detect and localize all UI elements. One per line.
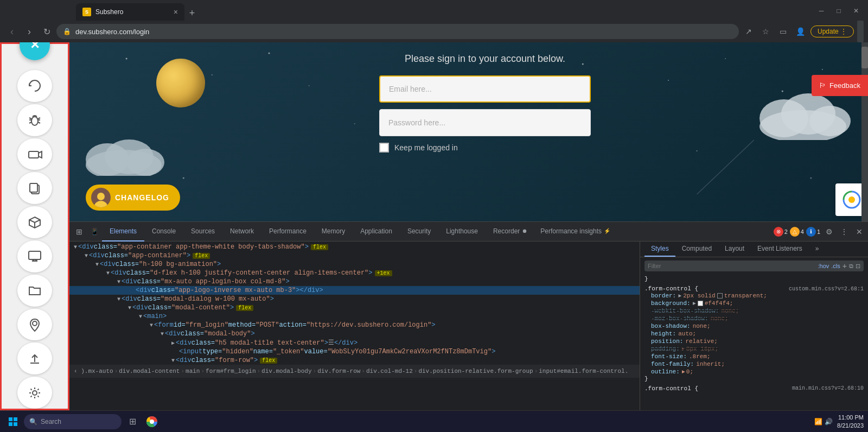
new-tab-button[interactable]: + <box>184 5 200 21</box>
sidebar-icon-copy[interactable] <box>17 172 52 204</box>
tab-console[interactable]: Console <box>144 222 183 242</box>
nav-bar: ‹ › ↻ 🔒 dev.subshero.com/login ↗ ☆ ▭ 👤 U… <box>0 21 868 42</box>
tab-security[interactable]: Security <box>400 222 438 242</box>
devtools-inspect-icon[interactable]: ⊞ <box>72 224 87 239</box>
tree-line-8[interactable]: ▼ <div class="modal-content"> flex <box>69 303 640 312</box>
sidebar-icon-settings[interactable] <box>17 377 52 409</box>
website-center-section: Please sign in to your account below. Em… <box>276 42 694 221</box>
tree-line-1[interactable]: ▼ <div class="app-container app-theme-wh… <box>69 243 640 251</box>
breadcrumb-item-3[interactable]: main <box>186 368 200 374</box>
close-extension-button[interactable]: ✕ <box>20 42 50 60</box>
tree-line-6[interactable]: <div class="app-logo-inverse mx-auto mb-… <box>69 286 640 295</box>
devtools-settings-icon[interactable]: ⚙ <box>822 225 835 238</box>
tab-performance[interactable]: Performance <box>261 222 314 242</box>
tab-recorder[interactable]: Recorder ⏺ <box>486 222 535 242</box>
tree-line-5[interactable]: ▼ <div class="mx-auto app-login-box col-… <box>69 277 640 286</box>
browser-tab-active[interactable]: S Subshero × <box>76 3 184 21</box>
css-source-2[interactable]: main.min.css?v=2.68:10 <box>792 385 864 392</box>
breadcrumb-item-4[interactable]: form#frm_login <box>206 368 256 374</box>
tree-line-10[interactable]: ▼ <form id="frm_login" method="POST" act… <box>69 321 640 329</box>
remember-checkbox[interactable] <box>379 143 389 153</box>
feedback-button[interactable]: 🏳 🏳 Feedback Feedback <box>812 75 868 96</box>
sidebar-icon-monitor[interactable] <box>17 240 52 272</box>
tree-line-7[interactable]: ▼ <div class="modal-dialog w-100 mx-auto… <box>69 295 640 303</box>
sidebar-icon-folder[interactable] <box>17 275 52 307</box>
styles-tab-styles[interactable]: Styles <box>644 242 675 257</box>
tree-line-4[interactable]: ▼ <div class="d-flex h-100 justify-conte… <box>69 269 640 277</box>
tab-memory[interactable]: Memory <box>314 222 353 242</box>
svg-point-9 <box>33 321 37 326</box>
reload-button[interactable]: ↻ <box>39 24 54 39</box>
tree-line-2[interactable]: ▼ <div class="app-container"> flex <box>69 251 640 260</box>
styles-tab-more[interactable]: » <box>809 242 826 257</box>
split-screen-icon[interactable]: ▭ <box>776 24 791 39</box>
minimize-icon[interactable]: ─ <box>814 3 829 18</box>
password-input-display[interactable]: Password here... <box>379 109 591 136</box>
tab-lighthouse[interactable]: Lighthouse <box>438 222 486 242</box>
website-left-section: CHANGELOG <box>69 42 276 221</box>
tab-close-button[interactable]: × <box>174 8 178 16</box>
breadcrumb-item-1[interactable]: ‹ ).mx-auto <box>74 368 113 374</box>
breadcrumb-item-2[interactable]: div.modal-content <box>119 368 180 374</box>
tree-line-13[interactable]: <input type="hidden" name="_token" value… <box>69 347 640 356</box>
tab-application[interactable]: Application <box>353 222 400 242</box>
tree-line-11[interactable]: ▼ <div class="modal-body"> <box>69 329 640 338</box>
sidebar-icon-sync[interactable] <box>17 70 52 102</box>
styles-tab-layout[interactable]: Layout <box>718 242 751 257</box>
breadcrumb-item-5[interactable]: div.modal-body <box>261 368 311 374</box>
tab-network[interactable]: Network <box>222 222 261 242</box>
tab-elements[interactable]: Elements <box>102 222 144 242</box>
devtools-device-icon[interactable]: 📱 <box>87 224 102 239</box>
breadcrumb-item-7[interactable]: div.col-md-12 <box>366 368 413 374</box>
taskbar-multidesk-icon[interactable]: ⊞ <box>124 413 141 430</box>
devtools-close-icon[interactable]: ✕ <box>853 225 866 238</box>
breadcrumb-item-6[interactable]: div.form-row <box>317 368 360 374</box>
bookmark-icon[interactable]: ☆ <box>758 24 774 39</box>
css-prop-outline: outline: ► 0; <box>644 368 864 376</box>
styles-filter-layout-icon[interactable]: ⊡ <box>856 263 860 270</box>
profile-icon[interactable]: 👤 <box>793 24 808 39</box>
styles-tab-computed[interactable]: Computed <box>675 242 718 257</box>
tree-line-9[interactable]: ▼ <main> <box>69 312 640 321</box>
address-bar[interactable]: 🔒 dev.subshero.com/login <box>56 24 739 39</box>
taskbar-clock[interactable]: 11:00 PM 8/21/2023 <box>837 414 864 429</box>
email-input-display[interactable]: Email here... <box>379 75 591 103</box>
nav-actions: ↗ ☆ ▭ 👤 Update ⋮ <box>741 24 854 39</box>
page-scrollbar[interactable] <box>861 42 868 221</box>
styles-tab-event-listeners[interactable]: Event Listeners <box>751 242 809 257</box>
tab-sources[interactable]: Sources <box>183 222 222 242</box>
sidebar-icon-location[interactable] <box>17 309 52 341</box>
breadcrumb-item-9[interactable]: input#email.form-control. <box>539 368 628 374</box>
back-button[interactable]: ‹ <box>4 24 20 39</box>
start-button[interactable] <box>4 413 22 430</box>
restore-icon[interactable]: □ <box>831 3 846 18</box>
network-icon[interactable]: 📶 <box>814 418 822 425</box>
volume-icon[interactable]: 🔊 <box>825 418 833 425</box>
styles-filter-input[interactable] <box>648 263 816 269</box>
devtools-more-icon[interactable]: ⋮ <box>838 225 851 238</box>
tree-line-14[interactable]: ▼ <div class="form-row"> flex <box>69 356 640 365</box>
close-window-icon[interactable]: ✕ <box>848 3 864 18</box>
styles-filter-plus[interactable]: + <box>843 262 847 270</box>
error-badge[interactable]: ⊗ 2 <box>774 227 788 237</box>
changelog-badge[interactable]: CHANGELOG <box>86 185 180 211</box>
tree-line-12[interactable]: ▶ <div class="h5 modal-title text-center… <box>69 338 640 347</box>
styles-filter-cls[interactable]: .cls <box>831 263 840 269</box>
info-badge[interactable]: ℹ 1 <box>806 227 820 237</box>
sidebar-icon-camera[interactable] <box>17 138 52 170</box>
taskbar-search[interactable]: 🔍 Search <box>24 414 122 429</box>
breadcrumb-item-8[interactable]: div.position-relative.form-group <box>418 368 533 374</box>
taskbar-chrome-icon[interactable] <box>143 413 161 430</box>
tree-line-3[interactable]: ▼ <div class="h-100 bg-animation"> <box>69 260 640 269</box>
styles-filter-copy-icon[interactable]: ⧉ <box>849 263 853 270</box>
sidebar-icon-cube[interactable] <box>17 206 52 238</box>
css-source[interactable]: custom.min.css?v=2.68:1 <box>789 286 864 292</box>
sidebar-icon-upload[interactable] <box>17 342 52 374</box>
forward-button[interactable]: › <box>22 24 37 39</box>
update-button[interactable]: Update ⋮ <box>810 26 854 37</box>
styles-filter-hov[interactable]: :hov <box>818 263 829 269</box>
share-icon[interactable]: ↗ <box>741 24 756 39</box>
tab-perf-insights[interactable]: Performance insights ⚡ <box>535 222 616 242</box>
warning-badge[interactable]: △ 4 <box>790 227 804 237</box>
sidebar-icon-bug[interactable] <box>17 104 52 136</box>
